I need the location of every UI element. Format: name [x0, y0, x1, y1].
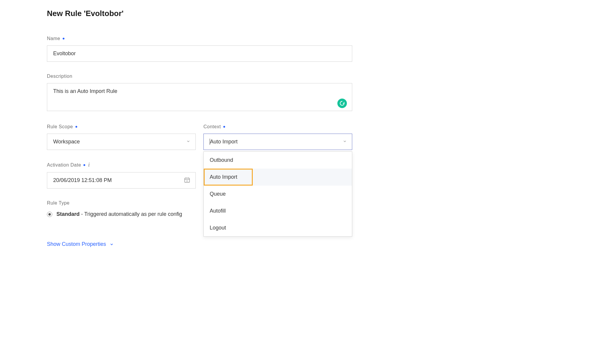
rule-type-radio-standard[interactable] [47, 212, 52, 217]
rule-scope-label-text: Rule Scope [47, 124, 73, 129]
description-input[interactable]: This is an Auto Import Rule [47, 83, 352, 111]
description-label: Description [47, 74, 352, 79]
rule-scope-field-group: Rule Scope Workspace [47, 124, 196, 150]
context-option-queue[interactable]: Queue [204, 186, 352, 202]
rule-type-rest: - Triggered automatically as per rule co… [80, 211, 182, 217]
name-label: Name [47, 36, 352, 41]
context-option-auto-import-label: Auto Import [210, 174, 237, 180]
required-dot-icon [75, 126, 77, 128]
chevron-down-icon [110, 242, 114, 246]
required-dot-icon [223, 126, 225, 128]
context-option-auto-import[interactable]: Auto Import [204, 169, 352, 186]
page-title: New Rule 'Evoltobor' [47, 9, 352, 18]
show-custom-properties-label: Show Custom Properties [47, 241, 106, 247]
activation-date-input[interactable] [47, 172, 196, 189]
context-option-autofill[interactable]: Autofill [204, 202, 352, 219]
grammarly-icon[interactable] [337, 99, 347, 108]
name-field-group: Name [47, 36, 352, 62]
rule-type-label-text: Rule Type [47, 200, 69, 206]
rule-type-description: Standard - Triggered automatically as pe… [56, 211, 182, 217]
context-select[interactable]: Auto Import [203, 134, 352, 150]
name-input[interactable] [47, 45, 352, 62]
context-option-outbound[interactable]: Outbound [204, 152, 352, 169]
context-field-group: Context Auto Import Outbound Auto Import… [203, 124, 352, 150]
rule-scope-value: Workspace [53, 139, 80, 145]
activation-date-label-text: Activation Date [47, 162, 81, 168]
required-dot-icon [83, 164, 85, 166]
rule-scope-label: Rule Scope [47, 124, 196, 129]
context-dropdown-menu: Outbound Auto Import Queue Autofill Logo… [203, 151, 352, 237]
context-value: Auto Import [210, 139, 238, 145]
required-dot-icon [63, 38, 64, 39]
info-icon[interactable]: i [88, 162, 90, 168]
show-custom-properties-link[interactable]: Show Custom Properties [47, 241, 114, 247]
description-field-group: Description This is an Auto Import Rule [47, 74, 352, 112]
rule-type-bold: Standard [56, 211, 80, 217]
rule-scope-select[interactable]: Workspace [47, 134, 196, 150]
name-label-text: Name [47, 36, 60, 41]
context-label-text: Context [203, 124, 221, 129]
description-label-text: Description [47, 74, 72, 79]
context-label: Context [203, 124, 352, 129]
context-option-logout[interactable]: Logout [204, 219, 352, 236]
